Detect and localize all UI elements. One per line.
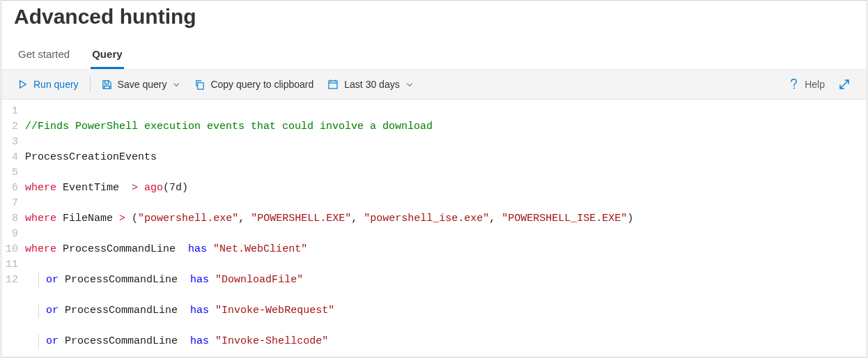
code-token: ProcessCommandLine — [63, 243, 176, 255]
code-operator: > ago — [132, 182, 163, 194]
code-token: , — [238, 213, 251, 224]
code-operator: or — [46, 274, 59, 286]
code-string: "POWERSHELL.EXE" — [251, 213, 351, 224]
code-keyword: where — [25, 243, 56, 255]
tab-bar: Get started Query — [14, 44, 854, 69]
tab-get-started[interactable]: Get started — [17, 44, 71, 69]
save-query-button[interactable]: Save query — [95, 70, 188, 99]
svg-marker-0 — [20, 81, 26, 89]
line-number: 2 — [1, 119, 18, 135]
help-label: Help — [805, 79, 825, 90]
code-keyword: where — [25, 182, 56, 194]
copy-icon — [194, 79, 205, 90]
svg-rect-2 — [329, 81, 337, 89]
line-number: 1 — [1, 104, 18, 119]
code-operator: has — [188, 243, 207, 255]
code-token: ProcessCommandLine — [65, 305, 178, 316]
date-range-label: Last 30 days — [344, 79, 399, 90]
indent-guide — [25, 303, 39, 319]
tab-query[interactable]: Query — [91, 44, 123, 69]
code-operator: > — [119, 213, 125, 224]
play-icon — [18, 79, 28, 89]
code-comment: //Finds PowerShell execution events that… — [25, 121, 433, 132]
code-token: , — [489, 213, 502, 224]
code-string: "Invoke-WebRequest" — [215, 305, 334, 316]
line-number: 6 — [1, 181, 18, 196]
code-operator: or — [46, 305, 59, 316]
line-number: 3 — [1, 135, 18, 150]
code-operator: has — [190, 274, 209, 286]
code-operator: has — [190, 305, 209, 316]
code-string: "Invoke-Shellcode" — [215, 335, 328, 347]
line-gutter: 1 2 3 4 5 6 7 8 9 10 11 12 — [1, 104, 25, 358]
code-token: EventTime — [63, 182, 119, 194]
code-area[interactable]: //Finds PowerShell execution events that… — [25, 104, 633, 358]
help-button[interactable]: Help — [782, 70, 832, 99]
chevron-down-icon — [405, 80, 414, 89]
page-header: Advanced hunting Get started Query — [1, 1, 867, 69]
svg-rect-1 — [198, 82, 203, 89]
code-operator: has — [190, 335, 209, 347]
line-number: 4 — [1, 150, 18, 165]
code-keyword: where — [25, 213, 56, 224]
calendar-icon — [327, 79, 339, 90]
run-query-label: Run query — [33, 79, 79, 90]
expand-button[interactable] — [832, 70, 857, 99]
code-string: "DownloadFile" — [215, 274, 303, 286]
code-token: ) — [627, 213, 633, 224]
save-query-label: Save query — [118, 79, 167, 90]
chevron-down-icon — [172, 80, 180, 89]
run-query-button[interactable]: Run query — [11, 70, 86, 99]
code-token: , — [351, 213, 364, 224]
separator — [90, 77, 91, 92]
save-icon — [102, 79, 112, 90]
code-token: ( — [163, 182, 169, 194]
line-number: 9 — [1, 227, 18, 242]
line-number: 8 — [1, 211, 18, 227]
code-token: ( — [132, 213, 138, 224]
svg-point-9 — [793, 87, 795, 89]
code-token: 7d — [169, 182, 182, 194]
code-string: "POWERSHELL_ISE.EXE" — [502, 213, 627, 224]
date-range-picker[interactable]: Last 30 days — [320, 70, 420, 99]
line-number: 12 — [1, 273, 18, 288]
code-token: ProcessCommandLine — [65, 335, 178, 347]
copy-query-label: Copy query to clipboard — [210, 79, 313, 90]
question-icon — [789, 79, 799, 90]
page-title: Advanced hunting — [14, 5, 854, 29]
line-number: 11 — [1, 257, 18, 273]
code-string: "Net.WebClient" — [213, 243, 307, 255]
code-token: ProcessCreationEvents — [25, 151, 157, 163]
app-frame: Advanced hunting Get started Query Run q… — [1, 0, 867, 358]
code-string: "powershell.exe" — [138, 213, 238, 224]
line-number: 7 — [1, 196, 18, 211]
code-string: "powershell_ise.exe" — [364, 213, 489, 224]
line-number: 5 — [1, 165, 18, 181]
code-token: FileName — [63, 213, 113, 224]
line-number: 10 — [1, 242, 18, 257]
copy-query-button[interactable]: Copy query to clipboard — [187, 70, 320, 99]
expand-icon — [839, 79, 850, 90]
code-operator: or — [46, 335, 59, 347]
query-editor[interactable]: 1 2 3 4 5 6 7 8 9 10 11 12 //Finds Power… — [1, 100, 867, 358]
code-token: ) — [182, 182, 188, 194]
indent-guide — [25, 273, 39, 288]
indent-guide — [25, 334, 39, 349]
code-token: ProcessCommandLine — [65, 274, 178, 286]
toolbar: Run query Save query Copy query to clipb… — [1, 69, 867, 100]
